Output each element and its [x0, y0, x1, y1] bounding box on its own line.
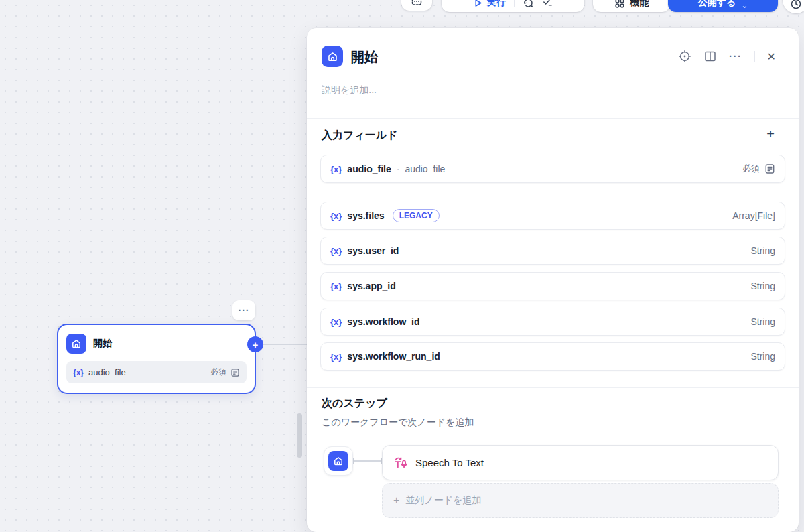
more-menu-icon[interactable]: ··· [729, 53, 742, 60]
workflow-edge [263, 344, 307, 345]
start-node[interactable]: 開始 {x} audio_file 必須 [57, 324, 256, 394]
features-button[interactable]: 機能 [593, 0, 670, 12]
next-step-title: 次のステップ [322, 397, 387, 411]
publish-label: 公開する [698, 0, 736, 9]
description-input[interactable] [322, 84, 697, 95]
variable-icon: {x} [73, 368, 84, 377]
field-name: sys.workflow_id [347, 316, 419, 327]
home-icon [322, 46, 343, 67]
required-label: 必須 [742, 163, 760, 175]
node-config-panel: 開始 ··· ✕ 入力フィールド + {x} audio_file · audi… [307, 28, 799, 532]
home-icon [328, 451, 348, 471]
run-button[interactable]: 実行 [473, 0, 506, 9]
variable-icon: {x} [330, 211, 342, 221]
docs-book-icon[interactable] [704, 50, 717, 63]
type-label: String [750, 281, 775, 291]
field-name: sys.app_id [347, 281, 395, 291]
type-label: Array[File] [732, 210, 775, 221]
features-icon [614, 0, 625, 9]
field-name: sys.workflow_run_id [347, 351, 440, 362]
input-field-row[interactable]: {x} audio_file · audio_file 必須 [320, 155, 785, 183]
variable-icon: {x} [330, 164, 342, 174]
variable-icon: {x} [330, 281, 342, 291]
environment-button[interactable] [401, 0, 432, 11]
legacy-badge: LEGACY [393, 209, 440, 222]
node-field-row: {x} audio_file 必須 [66, 361, 247, 383]
next-node-speech-to-text[interactable]: Speech To Text [382, 445, 779, 480]
divider [754, 51, 755, 62]
add-next-node-handle[interactable]: + [247, 336, 263, 352]
type-label: String [750, 245, 775, 256]
sys-variable-row[interactable]: {x} sys.workflow_id String [320, 308, 785, 336]
chevron-down-icon: ⌄ [741, 2, 748, 9]
play-icon [473, 0, 483, 8]
sys-variable-row[interactable]: {x} sys.files LEGACY Array[File] [320, 202, 785, 230]
next-node-label: Speech To Text [415, 457, 484, 468]
clock-icon [790, 0, 802, 10]
variable-icon: {x} [330, 246, 342, 256]
speech-to-text-icon [393, 456, 408, 470]
features-label: 機能 [630, 0, 649, 9]
toolbar-divider [514, 0, 515, 7]
section-divider [307, 387, 799, 388]
step-connector [353, 456, 383, 466]
node-title: 開始 [93, 338, 112, 350]
field-alias: audio_file [405, 163, 445, 174]
locate-node-icon[interactable] [678, 50, 691, 63]
panel-scrollbar[interactable] [297, 413, 302, 458]
panel-title: 開始 [351, 48, 378, 66]
home-icon [66, 334, 86, 354]
field-name: sys.user_id [347, 245, 399, 256]
type-label: String [750, 351, 775, 362]
publish-button[interactable]: 公開する ⌄ [668, 0, 778, 12]
run-group[interactable]: 実行 [442, 0, 584, 12]
document-icon [230, 368, 240, 377]
field-name: sys.files [347, 210, 384, 221]
add-parallel-node-button[interactable]: + 並列ノードを追加 [382, 483, 779, 518]
sys-variable-row[interactable]: {x} sys.user_id String [320, 237, 785, 265]
add-field-button[interactable]: + [766, 127, 775, 141]
run-history-icon[interactable] [523, 0, 534, 9]
field-name: audio_file [347, 163, 391, 174]
start-node-chip [324, 446, 353, 476]
node-field-name: audio_file [88, 367, 126, 377]
checklist-icon[interactable] [542, 0, 553, 9]
add-parallel-label: 並列ノードを追加 [405, 494, 481, 507]
close-icon[interactable]: ✕ [767, 50, 776, 63]
history-button[interactable] [783, 0, 804, 13]
type-label: String [750, 316, 775, 327]
document-icon [764, 163, 775, 174]
section-divider [307, 118, 799, 119]
variable-icon: {x} [330, 317, 342, 327]
separator-dot: · [397, 163, 400, 174]
node-field-required: 必須 [210, 367, 226, 378]
sys-variable-row[interactable]: {x} sys.workflow_run_id String [320, 342, 785, 371]
plus-icon: + [393, 495, 399, 506]
next-step-subtitle: このワークフローで次ノードを追加 [322, 417, 474, 429]
input-fields-title: 入力フィールド [322, 129, 398, 143]
sys-variable-row[interactable]: {x} sys.app_id String [320, 272, 785, 300]
variable-icon: {x} [330, 352, 342, 362]
node-more-button[interactable]: ··· [232, 300, 255, 320]
run-label: 実行 [487, 0, 506, 9]
environment-icon [411, 0, 423, 7]
